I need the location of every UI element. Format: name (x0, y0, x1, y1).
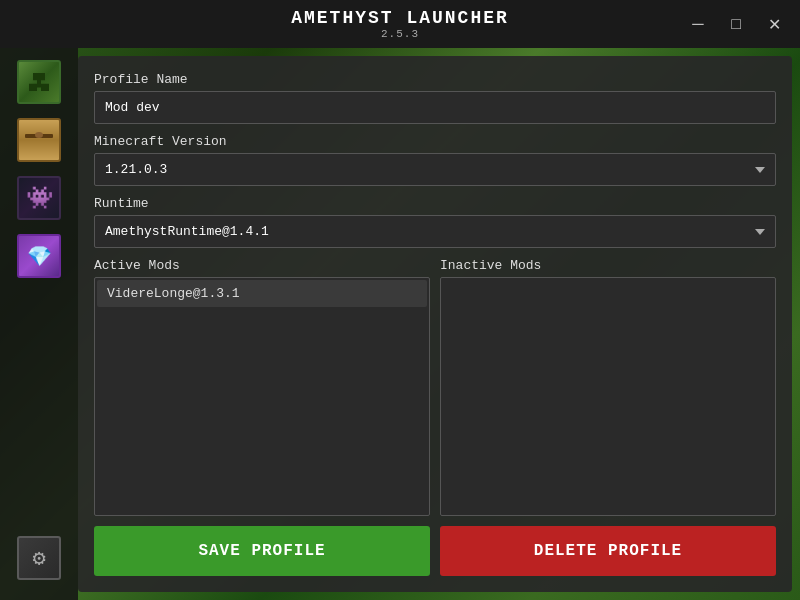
chest-icon (17, 118, 61, 162)
maximize-button[interactable]: □ (722, 10, 750, 38)
minecraft-version-group: Minecraft Version 1.21.0.3 1.20.4 1.20.1… (94, 134, 776, 186)
minecraft-version-select[interactable]: 1.21.0.3 1.20.4 1.20.1 1.19.4 (94, 153, 776, 186)
profile-name-input[interactable] (94, 91, 776, 124)
minecraft-version-label: Minecraft Version (94, 134, 776, 149)
runtime-select[interactable]: AmethystRuntime@1.4.1 AmethystRuntime@1.… (94, 215, 776, 248)
sidebar-item-enderman[interactable] (13, 172, 65, 224)
active-mods-column: Active Mods VidereLonge@1.3.1 (94, 258, 430, 516)
minimize-button[interactable]: ─ (684, 10, 712, 38)
settings-icon (17, 536, 61, 580)
enderman-icon (17, 176, 61, 220)
close-button[interactable]: ✕ (760, 10, 788, 38)
profile-name-group: Profile Name (94, 72, 776, 124)
app-title: AMETHYST LAUNCHER (291, 8, 509, 28)
mods-row: Active Mods VidereLonge@1.3.1 Inactive M… (94, 258, 776, 516)
creeper-icon (17, 60, 61, 104)
active-mods-list[interactable]: VidereLonge@1.3.1 (94, 277, 430, 516)
main-panel: Profile Name Minecraft Version 1.21.0.3 … (78, 56, 792, 592)
inactive-mods-label: Inactive Mods (440, 258, 776, 273)
active-mods-label: Active Mods (94, 258, 430, 273)
amethyst-icon (17, 234, 61, 278)
profile-name-label: Profile Name (94, 72, 776, 87)
sidebar-item-settings[interactable] (13, 532, 65, 584)
content-area: Profile Name Minecraft Version 1.21.0.3 … (0, 48, 800, 600)
title-bar: AMETHYST LAUNCHER 2.5.3 ─ □ ✕ (0, 0, 800, 48)
inactive-mods-list[interactable] (440, 277, 776, 516)
main-window: AMETHYST LAUNCHER 2.5.3 ─ □ ✕ (0, 0, 800, 600)
delete-profile-button[interactable]: Delete Profile (440, 526, 776, 576)
save-profile-button[interactable]: Save Profile (94, 526, 430, 576)
app-version: 2.5.3 (291, 28, 509, 40)
sidebar-item-chest[interactable] (13, 114, 65, 166)
buttons-row: Save Profile Delete Profile (94, 526, 776, 576)
sidebar-item-creeper[interactable] (13, 56, 65, 108)
runtime-group: Runtime AmethystRuntime@1.4.1 AmethystRu… (94, 196, 776, 248)
inactive-mods-column: Inactive Mods (440, 258, 776, 516)
sidebar-bottom (13, 532, 65, 592)
sidebar-item-amethyst[interactable] (13, 230, 65, 282)
window-controls: ─ □ ✕ (684, 10, 788, 38)
sidebar (0, 48, 78, 600)
title-center: AMETHYST LAUNCHER 2.5.3 (291, 8, 509, 40)
runtime-label: Runtime (94, 196, 776, 211)
mod-item[interactable]: VidereLonge@1.3.1 (97, 280, 427, 307)
